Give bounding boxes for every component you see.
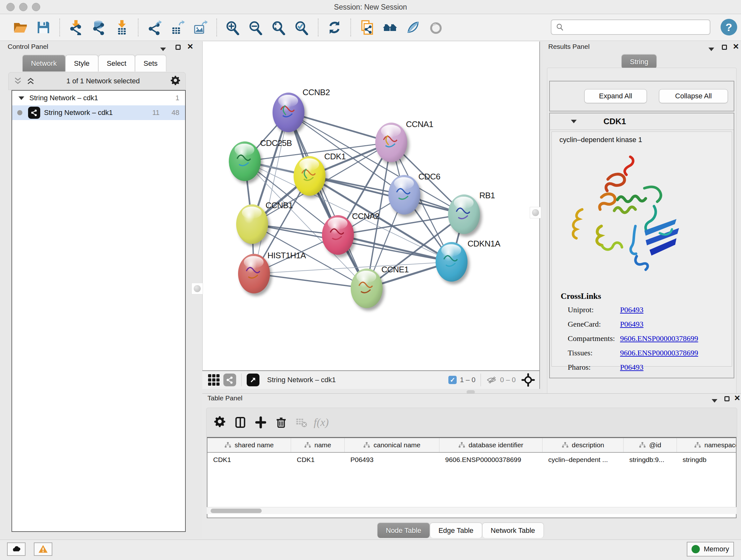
table-options-gear-icon[interactable] bbox=[212, 414, 228, 431]
fit-content-crosshair-icon[interactable] bbox=[522, 373, 535, 387]
show-columns-icon[interactable] bbox=[232, 414, 249, 431]
control-panel-close-icon[interactable]: ✕ bbox=[187, 42, 193, 51]
results-tab-string[interactable]: String bbox=[621, 54, 657, 69]
collapse-all-icon[interactable] bbox=[12, 76, 23, 86]
memory-button[interactable]: Memory bbox=[687, 542, 734, 557]
network-node-CDC6[interactable] bbox=[388, 175, 420, 214]
open-session-button[interactable] bbox=[11, 18, 30, 37]
column-header-name[interactable]: name bbox=[291, 438, 345, 452]
table-tab-network-table[interactable]: Network Table bbox=[482, 523, 544, 538]
network-node-CDKN1A[interactable] bbox=[435, 242, 468, 282]
right-splitter-handle[interactable] bbox=[530, 207, 541, 219]
column-header-shared-name[interactable]: shared name bbox=[207, 438, 291, 452]
network-share-icon[interactable] bbox=[223, 374, 236, 386]
network-edge-CCNB2-HIST1H1A[interactable] bbox=[254, 112, 288, 273]
import-table-button[interactable] bbox=[113, 18, 131, 37]
clone-network-button[interactable] bbox=[358, 18, 376, 37]
tab-sets[interactable]: Sets bbox=[135, 55, 166, 71]
column-header-description[interactable]: description bbox=[542, 438, 623, 452]
table-cell[interactable]: CDK1 bbox=[291, 456, 345, 463]
network-node-CCNE1[interactable] bbox=[351, 268, 383, 308]
network-edge-CCNA2-CDKN1A[interactable] bbox=[338, 235, 452, 262]
warning-status-button[interactable] bbox=[34, 543, 52, 556]
table-cell[interactable]: stringdb:9... bbox=[623, 456, 677, 463]
column-header-canonical-name[interactable]: canonical name bbox=[345, 438, 440, 452]
network-node-CCNB2[interactable] bbox=[273, 92, 305, 132]
help-button[interactable]: ? bbox=[721, 19, 737, 36]
network-node-CDC25B[interactable] bbox=[229, 141, 261, 181]
table-tab-node-table[interactable]: Node Table bbox=[377, 523, 430, 538]
import-network-file-button[interactable] bbox=[67, 18, 85, 37]
first-neighbors-button[interactable] bbox=[381, 18, 399, 37]
column-header--id[interactable]: @id bbox=[623, 438, 677, 452]
network-node-CCNA2[interactable] bbox=[322, 215, 354, 255]
crosslink-link[interactable]: P06493 bbox=[620, 306, 643, 314]
crosslink-link[interactable]: P06493 bbox=[620, 320, 643, 328]
table-cell[interactable]: 9606.ENSP00000378699 bbox=[440, 456, 542, 463]
refresh-view-button[interactable] bbox=[325, 18, 344, 37]
create-column-icon[interactable] bbox=[253, 414, 269, 431]
control-panel-collapse-icon[interactable] bbox=[160, 45, 166, 53]
delete-column-trash-icon[interactable] bbox=[273, 414, 289, 431]
column-header-namespace[interactable]: namespace bbox=[677, 438, 737, 452]
network-edge-HIST1H1A-CCNE1[interactable] bbox=[254, 273, 367, 288]
results-panel-close-icon[interactable]: ✕ bbox=[733, 42, 739, 51]
table-horizontal-scrollbar[interactable] bbox=[207, 507, 737, 514]
left-splitter-handle[interactable] bbox=[192, 283, 203, 294]
results-panel-collapse-icon[interactable] bbox=[709, 45, 714, 53]
expand-all-icon[interactable] bbox=[25, 76, 36, 86]
search-input[interactable] bbox=[567, 23, 710, 31]
search-box[interactable] bbox=[551, 19, 711, 35]
table-cell[interactable]: stringdb bbox=[677, 456, 737, 463]
table-cell[interactable]: P06493 bbox=[345, 456, 440, 463]
network-node-HIST1H1A[interactable] bbox=[238, 254, 270, 294]
tab-select[interactable]: Select bbox=[98, 55, 135, 71]
results-panel-float-icon[interactable] bbox=[722, 44, 727, 51]
crosslink-link[interactable]: P06493 bbox=[620, 363, 643, 372]
zoom-selected-button[interactable] bbox=[293, 18, 311, 37]
zoom-fit-button[interactable] bbox=[270, 18, 288, 37]
birdseye-grid-icon[interactable] bbox=[208, 374, 219, 386]
export-network-button[interactable] bbox=[145, 18, 164, 37]
export-image-button[interactable] bbox=[191, 18, 210, 37]
network-canvas[interactable]: CCNB2CCNA1CDC25BCDK1CDC6RB1CCNB1CCNA2CDK… bbox=[202, 42, 540, 370]
protein-section-header[interactable]: CDK1 bbox=[550, 113, 734, 130]
zoom-in-button[interactable] bbox=[224, 18, 242, 37]
table-panel-close-icon[interactable]: ✕ bbox=[734, 394, 740, 402]
network-edge-CCNB2-CCNE1[interactable] bbox=[288, 112, 367, 288]
expand-all-button[interactable]: Expand All bbox=[584, 89, 647, 103]
collapse-all-button[interactable]: Collapse All bbox=[659, 89, 728, 103]
column-type-icon bbox=[639, 442, 646, 449]
network-node-CDK1[interactable] bbox=[293, 156, 326, 196]
network-node-CCNB1[interactable] bbox=[236, 204, 268, 244]
crosslink-link[interactable]: 9606.ENSP00000378699 bbox=[620, 334, 698, 343]
collection-expand-icon[interactable] bbox=[18, 97, 24, 100]
save-session-button[interactable] bbox=[34, 18, 53, 37]
table-row[interactable]: CDK1CDK1P064939606.ENSP00000378699cyclin… bbox=[207, 453, 736, 467]
protein-collapse-icon[interactable] bbox=[571, 120, 577, 123]
tab-style[interactable]: Style bbox=[65, 55, 98, 71]
table-cell[interactable]: CDK1 bbox=[207, 456, 291, 463]
network-node-RB1[interactable] bbox=[448, 194, 480, 234]
table-tab-edge-table[interactable]: Edge Table bbox=[430, 523, 482, 538]
export-table-button[interactable] bbox=[168, 18, 187, 37]
control-panel-float-icon[interactable] bbox=[176, 44, 181, 51]
zoom-out-button[interactable] bbox=[247, 18, 265, 37]
tab-network[interactable]: Network bbox=[22, 55, 65, 71]
network-edge-CDK1-RB1[interactable] bbox=[310, 176, 464, 214]
crosslink-link[interactable]: 9606.ENSP00000378699 bbox=[620, 349, 698, 357]
column-header-database-identifier[interactable]: database identifier bbox=[440, 438, 542, 452]
network-options-gear-icon[interactable] bbox=[170, 76, 181, 86]
network-row-selected[interactable]: String Network – cdk1 11 48 bbox=[12, 105, 185, 120]
network-node-CCNA1[interactable] bbox=[375, 123, 407, 162]
network-collection-row[interactable]: String Network – cdk1 1 bbox=[12, 91, 185, 105]
table-cell[interactable]: cyclin–dependent ... bbox=[542, 456, 623, 463]
cloud-status-button[interactable] bbox=[7, 543, 25, 556]
show-hide-graphics-button[interactable] bbox=[404, 18, 422, 37]
open-in-new-window-icon[interactable] bbox=[247, 374, 259, 386]
graphics-details-button[interactable] bbox=[427, 18, 445, 37]
table-panel-float-icon[interactable] bbox=[724, 395, 730, 403]
table-panel-collapse-icon[interactable] bbox=[712, 397, 718, 404]
selected-checkbox-icon[interactable]: ✓ bbox=[448, 376, 457, 384]
import-network-database-button[interactable] bbox=[90, 18, 108, 37]
